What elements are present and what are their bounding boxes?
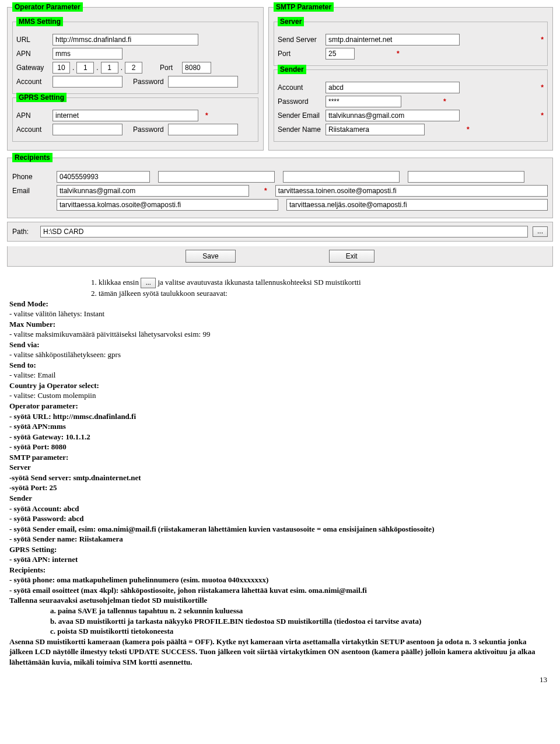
- smtp-port-input[interactable]: [326, 48, 355, 60]
- email2-input[interactable]: [275, 185, 548, 197]
- mms-url-label: URL: [16, 36, 52, 44]
- required-star: *: [534, 36, 544, 44]
- gprs-account-input[interactable]: [52, 124, 123, 135]
- sender-password-input[interactable]: [326, 96, 401, 107]
- smtp-port-label: Port: [278, 50, 326, 58]
- email-label: Email: [12, 187, 48, 195]
- phone2-input[interactable]: [158, 171, 275, 183]
- mms-gw3[interactable]: [101, 62, 118, 74]
- operator-parameter-panel: Operator Parameter MMS Setting URL APN G…: [7, 7, 264, 151]
- exit-button[interactable]: Exit: [329, 250, 374, 263]
- mms-password-label: Password: [133, 78, 168, 86]
- gprs-account-label: Account: [16, 125, 52, 134]
- save-button[interactable]: Save: [186, 250, 235, 263]
- gprs-setting-panel: GPRS Setting APN * Account Password: [12, 97, 258, 142]
- gprs-password-label: Password: [133, 125, 168, 134]
- mms-apn-input[interactable]: [52, 48, 123, 60]
- smtp-title: SMTP Parameter: [274, 2, 334, 12]
- page-number: 13: [7, 675, 553, 684]
- browse-button[interactable]: ...: [533, 226, 548, 237]
- path-label: Path:: [12, 228, 36, 236]
- phone1-input[interactable]: [57, 171, 150, 183]
- mms-url-input[interactable]: [52, 34, 198, 46]
- send-server-label: Send Server: [278, 36, 326, 44]
- gprs-apn-label: APN: [16, 111, 52, 120]
- phone3-input[interactable]: [283, 171, 400, 183]
- phone-label: Phone: [12, 173, 48, 181]
- required-star: *: [390, 50, 400, 58]
- required-star: *: [534, 83, 544, 92]
- email4-input[interactable]: [286, 199, 548, 211]
- send-server-input[interactable]: [326, 34, 460, 46]
- phone4-input[interactable]: [408, 171, 524, 183]
- gprs-password-input[interactable]: [168, 124, 238, 135]
- gprs-apn-input[interactable]: [52, 110, 198, 121]
- recipients-title: Recipients: [12, 153, 52, 162]
- sender-password-label: Password: [278, 97, 326, 106]
- email3-input[interactable]: [57, 199, 278, 211]
- mms-gw1[interactable]: [52, 62, 70, 74]
- mms-setting-panel: MMS Setting URL APN Gateway . . . Port: [12, 22, 258, 94]
- sender-email-label: Sender Email: [278, 111, 326, 120]
- operator-title: Operator Parameter: [12, 2, 83, 12]
- required-star: *: [460, 125, 470, 134]
- mms-gateway-label: Gateway: [16, 64, 52, 72]
- path-input[interactable]: [40, 226, 528, 237]
- mms-account-label: Account: [16, 78, 52, 86]
- sender-account-input[interactable]: [326, 82, 460, 93]
- required-star: *: [198, 111, 208, 120]
- mms-gw2[interactable]: [76, 62, 94, 74]
- required-star: *: [257, 187, 267, 195]
- sender-panel: Sender Account * Password * Sender Email…: [274, 69, 548, 142]
- mms-port-label: Port: [160, 64, 182, 72]
- sender-name-label: Sender Name: [278, 125, 326, 134]
- gprs-title: GPRS Setting: [16, 93, 66, 102]
- required-star: *: [534, 111, 544, 120]
- sender-name-input[interactable]: [326, 124, 425, 135]
- sender-email-input[interactable]: [326, 110, 460, 121]
- sender-title: Sender: [278, 65, 306, 74]
- recipients-panel: Recipients Phone Email *: [7, 158, 553, 218]
- mms-title: MMS Setting: [16, 17, 63, 26]
- ellipsis-icon: ...: [141, 278, 156, 288]
- button-row: Save Exit: [7, 246, 553, 267]
- required-star: *: [436, 97, 446, 106]
- email1-input[interactable]: [57, 185, 249, 197]
- mms-gw4[interactable]: [125, 62, 142, 74]
- smtp-parameter-panel: SMTP Parameter Server Send Server * Port…: [268, 7, 553, 151]
- mms-apn-label: APN: [16, 50, 52, 58]
- mms-account-input[interactable]: [52, 76, 123, 88]
- mms-port-input[interactable]: [182, 62, 211, 74]
- server-panel: Server Send Server * Port *: [274, 22, 548, 66]
- server-title: Server: [278, 17, 304, 26]
- top-settings-row: Operator Parameter MMS Setting URL APN G…: [7, 5, 553, 153]
- sender-account-label: Account: [278, 83, 326, 92]
- instructions-text: 1. klikkaa ensin ... ja valitse avautuva…: [7, 275, 553, 669]
- mms-password-input[interactable]: [168, 76, 238, 88]
- path-row: Path: ...: [7, 222, 553, 242]
